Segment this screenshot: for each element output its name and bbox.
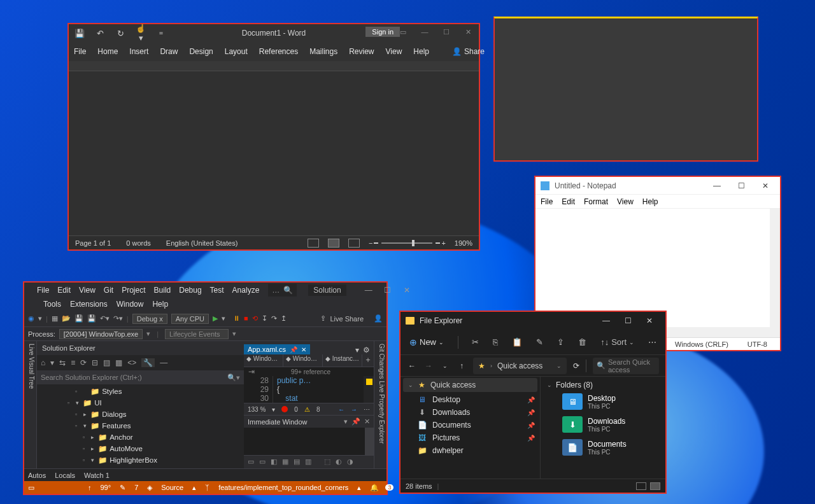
zoom-slider[interactable] — [381, 242, 432, 244]
menu-build[interactable]: Build — [154, 286, 171, 295]
expand-icon[interactable]: ▾ — [82, 423, 88, 429]
menu-test[interactable]: Test — [210, 286, 224, 295]
print-layout-icon[interactable] — [328, 239, 339, 248]
sync-icon[interactable]: ≡ — [71, 358, 75, 367]
menu-help[interactable]: Help — [642, 197, 658, 206]
page-indicator[interactable]: Page 1 of 1 — [75, 239, 111, 247]
pen-icon[interactable]: ✎ — [120, 484, 125, 492]
menu-debug[interactable]: Debug — [179, 286, 201, 295]
filter-icon[interactable]: ⊟ — [92, 358, 98, 367]
refresh-icon[interactable]: ⟳ — [80, 358, 87, 367]
tree-node[interactable]: ▫📁Styles — [37, 386, 244, 397]
open-icon[interactable]: 📂 — [62, 314, 71, 323]
share-button[interactable]: 👤Share — [452, 47, 485, 56]
recent-icon[interactable]: ⌄ — [440, 363, 450, 369]
refresh-icon[interactable]: ⟳ — [573, 361, 579, 370]
maximize-icon[interactable]: ☐ — [436, 25, 457, 38]
source-label[interactable]: Source — [161, 484, 183, 491]
tree-node[interactable]: ▫▸📁AutoMove — [37, 443, 244, 454]
ribbon-tab-mailings[interactable]: Mailings — [309, 47, 337, 56]
step-over-icon[interactable]: ↷ — [271, 314, 277, 323]
menu-project[interactable]: Project — [122, 286, 145, 295]
window-icon[interactable]: ▭ — [28, 484, 34, 492]
config-dropdown[interactable]: Debug x — [132, 314, 167, 324]
nav-fwd-icon[interactable]: → — [351, 406, 357, 413]
scrollbar[interactable] — [365, 428, 374, 455]
ribbon-tab-insert[interactable]: Insert — [129, 47, 148, 56]
notifications-icon[interactable]: 🔔 — [370, 484, 379, 492]
pin-icon[interactable]: 📌 — [527, 435, 535, 442]
code-line[interactable]: { — [273, 385, 311, 394]
maximize-icon[interactable]: ☐ — [617, 316, 639, 325]
ribbon-tab-design[interactable]: Design — [189, 47, 213, 56]
nav-dropdown[interactable]: ◆ Windo… — [244, 354, 283, 366]
live-visual-tree-tab[interactable]: Live Visual Tree — [24, 341, 37, 468]
folders-group-header[interactable]: ⌄Folders (8) — [547, 381, 659, 389]
tree-node[interactable]: ▫▾📁HighlighterBox — [37, 454, 244, 466]
error-icon[interactable] — [281, 406, 288, 412]
icon[interactable]: ▭ — [259, 458, 266, 466]
menu-file[interactable]: File — [37, 286, 49, 295]
expand-icon[interactable]: ▸ — [89, 445, 96, 452]
repo-icon[interactable]: ◈ — [147, 484, 152, 492]
ribbon-tab-help[interactable]: Help — [413, 47, 429, 56]
step-out-icon[interactable]: ↥ — [281, 314, 287, 323]
menu-view[interactable]: View — [617, 197, 634, 206]
minimap[interactable] — [364, 376, 374, 403]
expand-icon[interactable]: ▸ — [89, 434, 96, 440]
code-line[interactable]: stat — [273, 394, 311, 403]
preview-icon[interactable]: ▦ — [115, 358, 122, 367]
qat-customize-icon[interactable]: ＝ — [155, 29, 167, 38]
ribbon-tab-layout[interactable]: Layout — [225, 47, 248, 56]
branch-icon[interactable]: ᛉ — [205, 484, 209, 491]
solution-dropdown[interactable]: Solution — [308, 284, 346, 296]
touch-mode-icon[interactable]: ☝▾ — [135, 24, 146, 43]
details-view-icon[interactable] — [636, 482, 646, 490]
dropdown-icon[interactable]: ▾ — [344, 417, 348, 426]
pin-icon[interactable]: 📌 — [527, 422, 535, 429]
close-icon[interactable]: ✕ — [639, 316, 660, 325]
restart-icon[interactable]: ⟲ — [252, 314, 258, 323]
pause-icon[interactable]: ⏸ — [233, 314, 240, 323]
ribbon-tab-home[interactable]: Home — [97, 47, 118, 56]
panel-tab-locals[interactable]: Locals — [55, 472, 75, 479]
minimize-icon[interactable]: — — [707, 181, 726, 190]
panel-tab-watch-1[interactable]: Watch 1 — [84, 472, 110, 479]
menu-help[interactable]: Help — [152, 300, 168, 309]
menu-view[interactable]: View — [79, 286, 96, 295]
stop-icon[interactable]: ■ — [244, 314, 248, 323]
new-button[interactable]: ⊕New⌄ — [409, 337, 444, 347]
icon[interactable]: ▦ — [282, 458, 288, 466]
view-icon[interactable]: — — [160, 358, 167, 367]
menu-git[interactable]: Git — [104, 286, 113, 295]
menu-tools[interactable]: Tools — [43, 300, 61, 309]
share-icon[interactable]: ⇪ — [557, 337, 564, 347]
ribbon-tab-view[interactable]: View — [386, 47, 402, 56]
redo-icon[interactable]: ↻ — [115, 29, 126, 38]
rename-icon[interactable]: ✎ — [536, 337, 543, 347]
pin-icon[interactable]: 📌 — [351, 417, 360, 426]
close-tab-icon[interactable]: ✕ — [301, 346, 306, 353]
menu-format[interactable]: Format — [584, 197, 608, 206]
undo-icon[interactable]: ↶▾ — [100, 314, 110, 323]
collapse-icon[interactable]: ⇆ — [59, 358, 66, 367]
expand-icon[interactable]: ▾ — [74, 400, 80, 406]
code-icon[interactable]: <> — [127, 358, 136, 367]
show-all-icon[interactable]: ▤ — [103, 358, 110, 367]
menu-extensions[interactable]: Extensions — [70, 300, 108, 309]
code-area[interactable]: 282930 public p…{ stat — [244, 376, 374, 403]
icon[interactable]: ▤ — [294, 458, 300, 466]
icon[interactable]: ▥ — [305, 458, 311, 466]
cut-icon[interactable]: ✂ — [472, 337, 479, 347]
ribbon-tab-references[interactable]: References — [259, 47, 298, 56]
word-count[interactable]: 0 words — [126, 239, 151, 247]
ribbon-tab-draw[interactable]: Draw — [160, 47, 178, 56]
branch-name[interactable]: features/implement_top_rounded_corners — [218, 484, 348, 491]
editor-tab[interactable]: App.xaml.cs 📌 ✕ — [244, 344, 310, 354]
zoom-level[interactable]: 190% — [455, 239, 472, 247]
quick-access-header[interactable]: ⌄ ★ Quick access — [403, 378, 537, 392]
zoom-dropdown[interactable]: 133 % — [248, 406, 266, 413]
pin-icon[interactable]: 📌 — [527, 409, 535, 416]
icon[interactable]: ◑ — [347, 458, 353, 466]
expand-icon[interactable]: ▸ — [82, 411, 88, 417]
